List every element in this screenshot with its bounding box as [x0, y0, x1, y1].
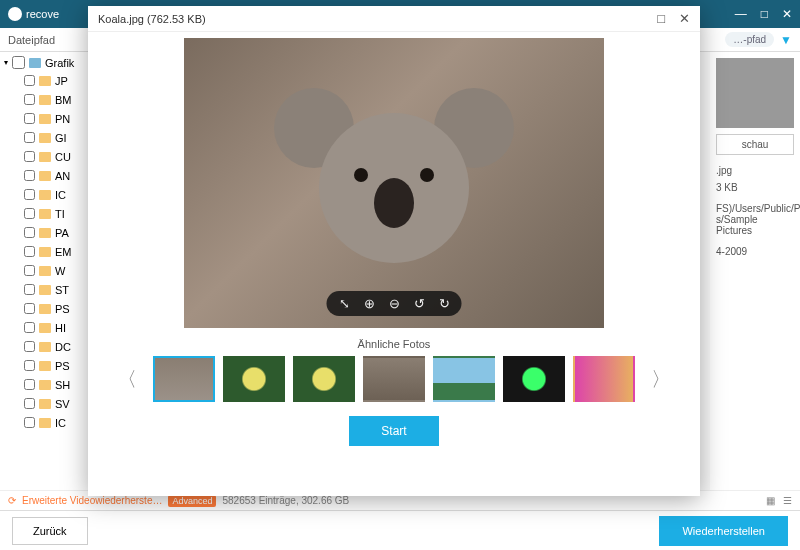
- tree-item[interactable]: HI: [0, 318, 100, 337]
- tree-item[interactable]: GI: [0, 128, 100, 147]
- tree-item[interactable]: PS: [0, 299, 100, 318]
- tree-item-checkbox[interactable]: [24, 284, 35, 295]
- zoom-out-icon[interactable]: ⊖: [389, 296, 400, 311]
- fit-screen-icon[interactable]: ⤡: [339, 296, 350, 311]
- window-minimize-icon[interactable]: —: [735, 7, 747, 21]
- rotate-right-icon[interactable]: ↻: [439, 296, 450, 311]
- tree-item-label: DC: [55, 341, 71, 353]
- view-list-icon[interactable]: ☰: [783, 495, 792, 506]
- tree-item-checkbox[interactable]: [24, 208, 35, 219]
- tree-item-checkbox[interactable]: [24, 227, 35, 238]
- tree-item[interactable]: JP: [0, 71, 100, 90]
- folder-icon: [39, 247, 51, 257]
- thumbnail-6[interactable]: [503, 356, 565, 402]
- tree-item[interactable]: ST: [0, 280, 100, 299]
- modal-maximize-icon[interactable]: □: [657, 11, 665, 26]
- folder-icon: [39, 133, 51, 143]
- tree-item[interactable]: BM: [0, 90, 100, 109]
- tree-item[interactable]: IC: [0, 413, 100, 432]
- tree-item[interactable]: AN: [0, 166, 100, 185]
- path-label: Dateipfad: [8, 34, 55, 46]
- tree-item-checkbox[interactable]: [24, 398, 35, 409]
- tree-item[interactable]: TI: [0, 204, 100, 223]
- tree-item[interactable]: DC: [0, 337, 100, 356]
- tree-item[interactable]: CU: [0, 147, 100, 166]
- thumbs-prev-icon[interactable]: 〈: [111, 366, 143, 393]
- tree-item-label: EM: [55, 246, 72, 258]
- preview-button[interactable]: schau: [716, 134, 794, 155]
- folder-icon: [39, 342, 51, 352]
- tree-item[interactable]: IC: [0, 185, 100, 204]
- preview-modal: Koala.jpg (762.53 KB) □ ✕ ⤡ ⊕ ⊖ ↺ ↻ Ähnl…: [88, 6, 700, 496]
- thumbnail-7[interactable]: [573, 356, 635, 402]
- brand: recove: [8, 7, 59, 21]
- thumbnail-2[interactable]: [223, 356, 285, 402]
- thumbnail-4[interactable]: [363, 356, 425, 402]
- tree-item[interactable]: EM: [0, 242, 100, 261]
- rotate-left-icon[interactable]: ↺: [414, 296, 425, 311]
- tree-root-graphics[interactable]: ▾ Grafik: [0, 54, 100, 71]
- folder-icon: [39, 171, 51, 181]
- detail-size: 3 KB: [716, 182, 794, 193]
- tree-item-label: PA: [55, 227, 69, 239]
- tree-item[interactable]: PS: [0, 356, 100, 375]
- tree-item-checkbox[interactable]: [24, 170, 35, 181]
- tree-item-checkbox[interactable]: [24, 151, 35, 162]
- folder-icon: [39, 418, 51, 428]
- bottom-bar: Zurück Wiederherstellen: [0, 510, 800, 550]
- tree-item-checkbox[interactable]: [24, 113, 35, 124]
- folder-icon: [39, 266, 51, 276]
- filter-funnel-icon[interactable]: ▼: [780, 33, 792, 47]
- folder-icon: [39, 304, 51, 314]
- tree-item-label: CU: [55, 151, 71, 163]
- thumbs-next-icon[interactable]: 〉: [645, 366, 677, 393]
- tree-item-label: PS: [55, 360, 70, 372]
- refresh-icon[interactable]: ⟳: [8, 495, 16, 506]
- start-button[interactable]: Start: [349, 416, 438, 446]
- modal-title-text: Koala.jpg (762.53 KB): [98, 13, 206, 25]
- tree-item-label: W: [55, 265, 65, 277]
- tree-item-checkbox[interactable]: [24, 322, 35, 333]
- tree-item-checkbox[interactable]: [24, 94, 35, 105]
- tree-item-checkbox[interactable]: [24, 417, 35, 428]
- tree-item-label: GI: [55, 132, 67, 144]
- tree-item-label: IC: [55, 189, 66, 201]
- tree-item-checkbox[interactable]: [24, 360, 35, 371]
- back-button[interactable]: Zurück: [12, 517, 88, 545]
- tree-root-checkbox[interactable]: [12, 56, 25, 69]
- folder-icon: [39, 190, 51, 200]
- tree-item-checkbox[interactable]: [24, 75, 35, 86]
- tree-item-label: PN: [55, 113, 70, 125]
- tree-item-checkbox[interactable]: [24, 246, 35, 257]
- tree-item-checkbox[interactable]: [24, 303, 35, 314]
- chevron-down-icon[interactable]: ▾: [4, 58, 8, 67]
- folder-icon: [39, 323, 51, 333]
- tree-item[interactable]: PN: [0, 109, 100, 128]
- thumbnail-3[interactable]: [293, 356, 355, 402]
- tree-item[interactable]: W: [0, 261, 100, 280]
- tree-item-label: AN: [55, 170, 70, 182]
- tree-item[interactable]: SH: [0, 375, 100, 394]
- advanced-video-recovery-link[interactable]: Erweiterte Videowiederherste…: [22, 495, 162, 506]
- window-maximize-icon[interactable]: □: [761, 7, 768, 21]
- tree-item-label: SV: [55, 398, 70, 410]
- tree-item-checkbox[interactable]: [24, 265, 35, 276]
- tree-item-label: HI: [55, 322, 66, 334]
- tree-item[interactable]: SV: [0, 394, 100, 413]
- tree-item-checkbox[interactable]: [24, 379, 35, 390]
- thumbnail-5[interactable]: [433, 356, 495, 402]
- detail-date: 4-2009: [716, 246, 794, 257]
- window-close-icon[interactable]: ✕: [782, 7, 792, 21]
- filter-input[interactable]: …-pfad: [725, 32, 774, 47]
- folder-icon: [39, 228, 51, 238]
- tree-item-checkbox[interactable]: [24, 189, 35, 200]
- modal-close-icon[interactable]: ✕: [679, 11, 690, 26]
- view-grid-icon[interactable]: ▦: [766, 495, 775, 506]
- thumbnail-1[interactable]: [153, 356, 215, 402]
- zoom-in-icon[interactable]: ⊕: [364, 296, 375, 311]
- tree-item-checkbox[interactable]: [24, 132, 35, 143]
- recover-button[interactable]: Wiederherstellen: [659, 516, 788, 546]
- tree-item-checkbox[interactable]: [24, 341, 35, 352]
- details-pane: schau .jpg 3 KB FS)/Users/Public/Pi s/Sa…: [710, 52, 800, 490]
- tree-item[interactable]: PA: [0, 223, 100, 242]
